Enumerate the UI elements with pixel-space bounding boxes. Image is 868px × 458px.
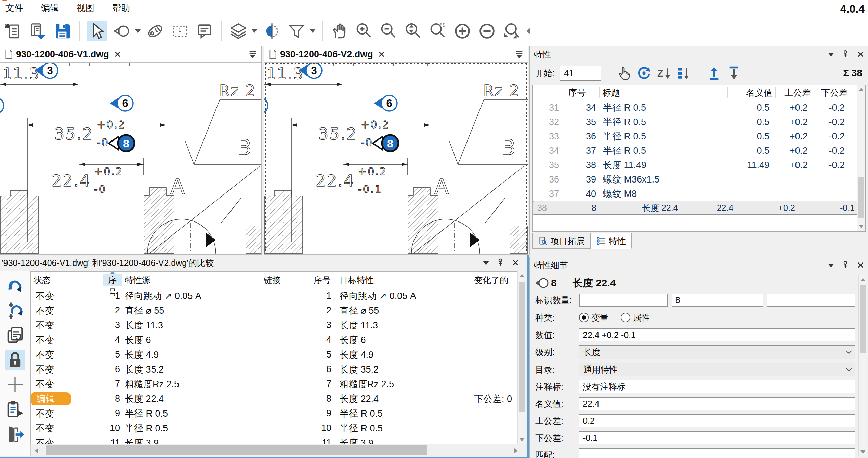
property-row[interactable]: 3235半径 R 0.50.5+0.2-0.2 xyxy=(533,115,865,129)
close-tab-icon[interactable]: ✕ xyxy=(378,49,385,60)
comparison-row-edited[interactable]: 编辑8长度 22.48长度 22.4下公差: 0 xyxy=(31,391,522,406)
property-row[interactable]: 3437半径 R 0.50.5+0.2-0.2 xyxy=(533,144,865,158)
balloon-tool-button[interactable] xyxy=(112,21,132,41)
close-panel-icon[interactable]: ✕ xyxy=(857,261,864,270)
zoom-in-button[interactable] xyxy=(354,21,374,41)
comparison-hscrollbar[interactable] xyxy=(30,444,522,456)
scroll-down-icon[interactable] xyxy=(860,450,865,454)
property-row[interactable]: 3639螺纹 M36x1.5 xyxy=(533,172,865,187)
sort-z-icon[interactable]: Z xyxy=(656,66,671,81)
id-qty-input-3[interactable] xyxy=(767,294,855,307)
report-run-button[interactable] xyxy=(5,399,25,419)
catalog-select[interactable]: 通用特性 xyxy=(579,363,855,376)
lock-button[interactable] xyxy=(5,350,25,370)
renumber-rotate-icon[interactable] xyxy=(636,66,652,81)
property-row[interactable]: 3740螺纹 M8 xyxy=(533,187,865,201)
move-up-icon[interactable] xyxy=(707,66,722,81)
decrease-button[interactable] xyxy=(477,21,497,41)
comparison-row[interactable]: 不变10半径 R 0.510半径 R 0.5 xyxy=(31,421,522,435)
renumber-list-icon[interactable] xyxy=(676,66,691,81)
zoom-fit-button[interactable] xyxy=(502,21,522,41)
comparison-table-header[interactable]: 状态 序号 特性源 链接 序号 目标特性 变化了的 xyxy=(31,272,522,288)
pin-icon[interactable] xyxy=(842,261,849,270)
id-qty-input-2[interactable]: 8 xyxy=(672,294,763,307)
zoom-window-button[interactable] xyxy=(428,21,448,41)
balloon-6[interactable]: 6 xyxy=(110,95,133,111)
layers-button[interactable] xyxy=(228,21,248,41)
comparison-row[interactable]: 不变11长度 3.911长度 3.9 xyxy=(31,435,522,444)
close-tab-icon[interactable]: ✕ xyxy=(114,49,121,60)
select-tool-button[interactable] xyxy=(87,21,107,41)
tab-project-expand[interactable]: 项目拓展 xyxy=(532,233,591,249)
drawing-canvas-v1[interactable]: 11.3 35.2 +0.2 -0 22.4 +0.2 -0 Rz 2 A B … xyxy=(0,63,261,254)
comparison-row[interactable]: 不变7粗糙度Rz 2.57粗糙度Rz 2.5 xyxy=(31,377,522,391)
properties-table-header[interactable]: 序号 标题 名义值 上公差 下公差 xyxy=(533,85,865,100)
lower-tol-input[interactable]: -0.1 xyxy=(579,431,855,444)
property-row[interactable]: 3336半径 R 0.50.5+0.2-0.2 xyxy=(533,129,865,144)
comparison-vscrollbar[interactable] xyxy=(517,271,526,444)
tab-930-1200-406-v1[interactable]: 930-1200-406-V1.dwg ✕ xyxy=(0,46,126,62)
annotation-input[interactable]: 没有注释标 xyxy=(579,380,855,393)
select-region-button[interactable]: 1 xyxy=(170,21,190,41)
pick-hand-icon[interactable] xyxy=(617,66,632,81)
start-input[interactable]: 41 xyxy=(560,66,601,81)
filter-button[interactable] xyxy=(287,21,306,41)
close-panel-icon[interactable]: ✕ xyxy=(512,258,519,267)
properties-scrollbar[interactable] xyxy=(857,85,865,231)
nominal-input[interactable]: 22.4 xyxy=(579,397,855,410)
scroll-up-icon[interactable] xyxy=(860,278,865,281)
upper-tol-input[interactable]: 0.2 xyxy=(579,414,855,427)
scroll-thumb[interactable] xyxy=(858,177,864,218)
compare-button[interactable] xyxy=(5,276,25,296)
menu-file[interactable]: 文件 xyxy=(5,2,23,14)
scroll-thumb[interactable] xyxy=(519,282,525,412)
export-button[interactable] xyxy=(5,424,25,444)
radio-variable[interactable]: 变量 xyxy=(579,312,608,323)
comparison-row[interactable]: 不变4长度 64长度 6 xyxy=(31,333,522,347)
tab-list-menu-icon[interactable] xyxy=(248,49,258,59)
previous-arrow-icon[interactable] xyxy=(526,28,530,34)
scroll-up-icon[interactable] xyxy=(520,274,524,277)
scroll-down-icon[interactable] xyxy=(520,438,524,441)
scroll-left-icon[interactable] xyxy=(35,448,38,453)
mirror-button[interactable] xyxy=(262,21,282,41)
tab-930-1200-406-v2[interactable]: 930-1200-406-V2.dwg ✕ xyxy=(264,46,390,62)
level-select[interactable]: 长度 xyxy=(579,345,855,359)
pin-icon[interactable] xyxy=(497,258,504,267)
menu-view[interactable]: 视图 xyxy=(77,2,94,14)
menu-edit[interactable]: 编辑 xyxy=(41,2,59,14)
zoom-out-button[interactable] xyxy=(379,21,398,41)
pan-button[interactable] xyxy=(329,21,349,41)
scroll-right-icon[interactable] xyxy=(514,448,517,453)
balloon-8-selected[interactable]: 8 xyxy=(373,135,398,151)
property-row[interactable]: 3134半径 R 0.50.5+0.2-0.2 xyxy=(533,100,865,115)
filter-caret[interactable] xyxy=(310,29,315,33)
panel-menu-icon[interactable] xyxy=(828,264,834,267)
comparison-row[interactable]: 不变3长度 11.33长度 11.3 xyxy=(31,318,522,333)
value-input[interactable]: 22.4 +0.2 -0.1 xyxy=(579,328,855,341)
zoom-extents-button[interactable] xyxy=(403,21,423,41)
panel-menu-icon[interactable] xyxy=(483,261,489,265)
comparison-row[interactable]: 不变1径向跳动 ↗ 0.05 A1径向跳动 ↗ 0.05 A xyxy=(31,288,522,303)
balloon-6[interactable]: 6 xyxy=(374,95,397,111)
property-row[interactable]: 3538长度 11.4911.49+0.2-0.2 xyxy=(533,158,865,172)
increase-button[interactable] xyxy=(452,21,472,41)
match-input[interactable] xyxy=(579,448,855,458)
tab-properties[interactable]: 特性 xyxy=(591,233,632,249)
panel-menu-icon[interactable] xyxy=(828,53,834,56)
comparison-row[interactable]: 不变5长度 4.95长度 4.9 xyxy=(31,347,522,362)
copy-results-button[interactable] xyxy=(5,325,25,345)
compare-add-button[interactable] xyxy=(5,301,25,321)
add-link-button[interactable] xyxy=(5,375,25,394)
scroll-up-icon[interactable] xyxy=(859,88,864,91)
open-document-button[interactable] xyxy=(28,21,48,41)
details-scrollbar[interactable] xyxy=(858,275,867,456)
comparison-row[interactable]: 不变6长度 35.26长度 35.2 xyxy=(31,362,522,377)
drawing-canvas-v2[interactable]: 11.3 35.2 +0.2 -0 22.4 +0.2 -0.1 Rz 2 A … xyxy=(264,63,528,254)
property-row-selected[interactable]: 388长度 22.422.4+0.2-0.1 xyxy=(533,201,865,215)
move-down-icon[interactable] xyxy=(726,66,741,81)
close-panel-icon[interactable]: ✕ xyxy=(857,50,864,59)
pin-icon[interactable] xyxy=(842,50,849,59)
id-qty-input-1[interactable] xyxy=(579,294,668,307)
menu-help[interactable]: 帮助 xyxy=(112,2,130,14)
